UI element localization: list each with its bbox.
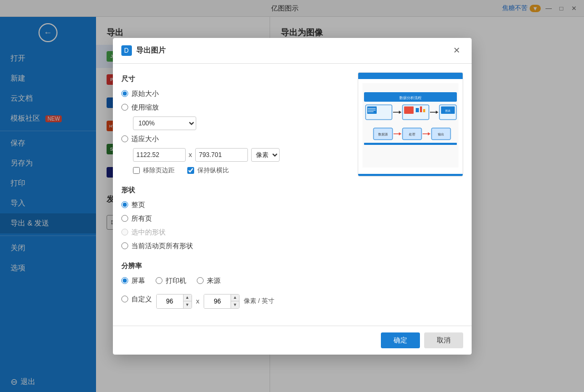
original-size-label[interactable]: 原始大小 xyxy=(131,89,159,99)
remove-margin-checkbox[interactable] xyxy=(133,167,140,174)
current-page-radio[interactable] xyxy=(121,242,128,249)
modal-title: 导出图片 xyxy=(136,46,446,55)
all-pages-radio[interactable] xyxy=(121,215,128,222)
diagram-svg: 数据分析流程 xyxy=(363,91,458,160)
full-page-radio[interactable] xyxy=(121,201,128,208)
svg-marker-22 xyxy=(399,132,401,135)
custom-res-unit-label: 像素 / 英寸 xyxy=(244,297,274,306)
printer-res-label[interactable]: 打印机 xyxy=(166,276,186,286)
remove-margin-label[interactable]: 移除页边距 xyxy=(143,166,175,175)
margin-row: 移除页边距 保持纵横比 xyxy=(133,166,349,175)
selected-shapes-radio xyxy=(121,229,128,236)
printer-res-radio[interactable] xyxy=(156,277,162,284)
selected-shapes-row: 选中的形状 xyxy=(121,228,349,237)
svg-marker-15 xyxy=(436,111,438,114)
modal-overlay: D 导出图片 ✕ 尺寸 原始大小 xyxy=(0,0,584,392)
custom-res-row: 自定义 ▲ ▼ x ▲ xyxy=(121,294,349,309)
modal-header: D 导出图片 ✕ xyxy=(113,38,472,64)
scale-label[interactable]: 使用缩放 xyxy=(131,103,159,112)
scale-radio[interactable] xyxy=(121,104,128,111)
svg-marker-8 xyxy=(399,111,401,114)
fit-row: 适应大小 xyxy=(121,134,349,144)
source-res-radio[interactable] xyxy=(197,277,204,284)
svg-rect-29 xyxy=(364,143,457,145)
svg-text:输出: 输出 xyxy=(438,133,444,136)
fit-unit-select[interactable]: 像素 毫米 厘米 xyxy=(251,148,280,162)
custom-res-h-down[interactable]: ▼ xyxy=(231,301,239,308)
svg-rect-10 xyxy=(404,106,414,114)
fit-width-input[interactable] xyxy=(133,148,186,162)
original-size-radio[interactable] xyxy=(121,90,128,97)
modal-settings: 尺寸 原始大小 使用缩放 100% 50% xyxy=(121,72,349,317)
svg-text:处理: 处理 xyxy=(409,133,415,136)
custom-res-w-down[interactable]: ▼ xyxy=(183,301,192,308)
custom-res-radio[interactable] xyxy=(121,296,128,302)
source-res-row: 来源 xyxy=(197,276,221,286)
custom-res-w-up[interactable]: ▲ xyxy=(183,295,192,301)
size-section: 尺寸 原始大小 使用缩放 100% 50% xyxy=(121,72,349,175)
fit-height-input[interactable] xyxy=(195,148,248,162)
modal-body: 尺寸 原始大小 使用缩放 100% 50% xyxy=(113,64,472,326)
full-page-label[interactable]: 整页 xyxy=(131,200,145,210)
resolution-section: 分辨率 屏幕 打印机 来源 xyxy=(121,259,349,309)
keep-ratio-label[interactable]: 保持纵横比 xyxy=(197,166,229,175)
svg-text:数据源: 数据源 xyxy=(378,133,388,136)
full-page-row: 整页 xyxy=(121,200,349,210)
custom-res-label[interactable]: 自定义 xyxy=(131,295,152,304)
svg-rect-12 xyxy=(420,106,422,112)
preview-content: 数据分析流程 xyxy=(358,79,463,172)
export-image-modal: D 导出图片 ✕ 尺寸 原始大小 xyxy=(113,38,472,355)
keep-ratio-checkbox[interactable] xyxy=(187,167,194,174)
size-section-title: 尺寸 xyxy=(121,72,349,84)
fit-label[interactable]: 适应大小 xyxy=(131,134,159,144)
svg-text:数据分析流程: 数据分析流程 xyxy=(399,96,422,100)
selected-shapes-label: 选中的形状 xyxy=(131,228,166,237)
fit-input-row: x 像素 毫米 厘米 xyxy=(133,148,349,162)
shape-section: 形状 整页 所有页 选中的形状 xyxy=(121,183,349,251)
preview-box: 数据分析流程 xyxy=(358,72,463,177)
preview-image: 数据分析流程 xyxy=(362,83,458,168)
screen-res-radio[interactable] xyxy=(121,277,128,284)
current-page-row: 当前活动页所有形状 xyxy=(121,241,349,251)
custom-res-h-spinner: ▲ ▼ xyxy=(204,294,240,309)
modal-footer: 确定 取消 xyxy=(113,326,472,355)
all-pages-label[interactable]: 所有页 xyxy=(131,214,152,223)
modal-preview: 数据分析流程 xyxy=(358,72,463,317)
resolution-section-title: 分辨率 xyxy=(121,259,349,271)
shape-section-title: 形状 xyxy=(121,183,349,195)
scale-row: 使用缩放 xyxy=(121,103,349,112)
custom-res-w-input[interactable] xyxy=(157,295,183,308)
current-page-label[interactable]: 当前活动页所有形状 xyxy=(131,241,193,251)
original-size-row: 原始大小 xyxy=(121,89,349,99)
custom-x-separator: x xyxy=(196,297,200,305)
printer-res-row: 打印机 xyxy=(156,276,186,286)
custom-res-h-up[interactable]: ▲ xyxy=(231,295,239,301)
screen-res-label[interactable]: 屏幕 xyxy=(131,276,145,286)
all-pages-row: 所有页 xyxy=(121,214,349,223)
cancel-button[interactable]: 取消 xyxy=(424,332,463,348)
confirm-button[interactable]: 确定 xyxy=(381,332,420,348)
screen-res-row: 屏幕 xyxy=(121,276,145,286)
svg-rect-11 xyxy=(416,108,419,112)
svg-text:图表: 图表 xyxy=(445,109,451,112)
custom-res-w-spinner: ▲ ▼ xyxy=(156,294,192,309)
modal-close-button[interactable]: ✕ xyxy=(451,44,463,57)
preview-top-bar xyxy=(358,73,463,79)
fit-radio[interactable] xyxy=(121,135,128,142)
source-res-label[interactable]: 来源 xyxy=(207,276,221,286)
custom-res-h-input[interactable] xyxy=(204,295,231,308)
scale-input-row: 100% 50% 150% 200% xyxy=(133,116,349,130)
x-separator: x xyxy=(189,151,193,159)
svg-marker-26 xyxy=(428,132,430,135)
preview-bottom-bar xyxy=(358,174,463,176)
modal-icon: D xyxy=(121,45,132,56)
scale-select[interactable]: 100% 50% 150% 200% xyxy=(133,116,196,130)
svg-rect-13 xyxy=(423,109,425,112)
